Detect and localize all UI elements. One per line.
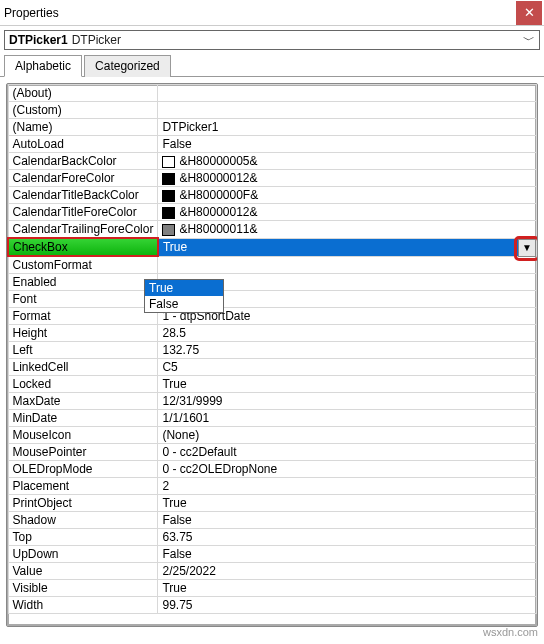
property-name[interactable]: (Custom) (8, 102, 158, 119)
property-name[interactable]: MousePointer (8, 444, 158, 461)
property-value[interactable]: 132.75 (158, 342, 537, 359)
property-row[interactable]: LockedTrue (8, 376, 537, 393)
property-value[interactable]: &H80000012& (158, 170, 537, 187)
property-name[interactable]: Format (8, 308, 158, 325)
property-row[interactable]: AutoLoadFalse (8, 136, 537, 153)
property-value[interactable] (158, 102, 537, 119)
property-row[interactable]: Top63.75 (8, 529, 537, 546)
property-name[interactable]: PrintObject (8, 495, 158, 512)
close-button[interactable]: ✕ (516, 1, 542, 25)
property-row[interactable]: Value2/25/2022 (8, 563, 537, 580)
property-row[interactable]: CustomFormat (8, 256, 537, 274)
dropdown-option-true[interactable]: True (145, 280, 223, 296)
dropdown-button[interactable]: ▼ (518, 239, 536, 257)
property-value[interactable]: True (158, 376, 537, 393)
dropdown-option-false[interactable]: False (145, 296, 223, 312)
property-row[interactable]: Width99.75 (8, 597, 537, 614)
property-row[interactable]: Enabled (8, 274, 537, 291)
property-row[interactable]: Height28.5 (8, 325, 537, 342)
property-row[interactable]: VisibleTrue (8, 580, 537, 597)
property-value[interactable]: 99.75 (158, 597, 537, 614)
property-value[interactable]: &H8000000F& (158, 187, 537, 204)
property-value[interactable]: 1/1/1601 (158, 410, 537, 427)
property-name[interactable]: Visible (8, 580, 158, 597)
property-name[interactable]: CustomFormat (8, 256, 158, 274)
property-row[interactable]: UpDownFalse (8, 546, 537, 563)
property-name[interactable]: CalendarForeColor (8, 170, 158, 187)
property-row[interactable]: CalendarTitleBackColor&H8000000F& (8, 187, 537, 204)
property-row[interactable]: CalendarTitleForeColor&H80000012& (8, 204, 537, 221)
property-value[interactable]: DTPicker1 (158, 119, 537, 136)
property-row[interactable]: MaxDate12/31/9999 (8, 393, 537, 410)
property-name[interactable]: Height (8, 325, 158, 342)
property-name[interactable]: CalendarTrailingForeColor (8, 221, 158, 239)
property-name[interactable]: CalendarBackColor (8, 153, 158, 170)
property-value[interactable]: 2 (158, 478, 537, 495)
property-value[interactable]: 63.75 (158, 529, 537, 546)
property-value[interactable]: False (158, 512, 537, 529)
property-name[interactable]: Placement (8, 478, 158, 495)
property-value[interactable]: &H80000012& (158, 204, 537, 221)
property-row[interactable]: CheckBoxTrue▼ (8, 238, 537, 256)
property-name[interactable]: MouseIcon (8, 427, 158, 444)
property-row[interactable]: MousePointer0 - cc2Default (8, 444, 537, 461)
property-row[interactable]: Placement2 (8, 478, 537, 495)
property-row[interactable]: (Name)DTPicker1 (8, 119, 537, 136)
property-name[interactable]: Value (8, 563, 158, 580)
property-row[interactable]: FontArial (8, 291, 537, 308)
property-name[interactable]: (Name) (8, 119, 158, 136)
property-value[interactable]: (None) (158, 427, 537, 444)
property-name[interactable]: Shadow (8, 512, 158, 529)
property-value[interactable] (158, 256, 537, 274)
property-value[interactable]: 28.5 (158, 325, 537, 342)
property-value[interactable]: &H80000005& (158, 153, 537, 170)
property-name[interactable]: MinDate (8, 410, 158, 427)
property-value[interactable]: False (158, 546, 537, 563)
object-selector[interactable]: DTPicker1 DTPicker ﹀ (4, 30, 540, 50)
property-row[interactable]: (Custom) (8, 102, 537, 119)
property-name[interactable]: CheckBox (8, 238, 158, 256)
property-value[interactable]: 12/31/9999 (158, 393, 537, 410)
property-name[interactable]: CalendarTitleForeColor (8, 204, 158, 221)
property-name[interactable]: Width (8, 597, 158, 614)
property-name[interactable]: Locked (8, 376, 158, 393)
property-row[interactable]: PrintObjectTrue (8, 495, 537, 512)
property-row[interactable]: LinkedCellC5 (8, 359, 537, 376)
property-value[interactable]: 2/25/2022 (158, 563, 537, 580)
property-name[interactable]: OLEDropMode (8, 461, 158, 478)
property-name[interactable]: Font (8, 291, 158, 308)
property-value-text: True (162, 377, 186, 391)
property-row[interactable]: CalendarBackColor&H80000005& (8, 153, 537, 170)
property-row[interactable]: MouseIcon(None) (8, 427, 537, 444)
property-row[interactable]: Left132.75 (8, 342, 537, 359)
property-value[interactable]: &H80000011& (158, 221, 537, 239)
property-value[interactable]: True▼ (158, 238, 537, 256)
property-value[interactable] (158, 85, 537, 102)
tab-categorized[interactable]: Categorized (84, 55, 171, 77)
dropdown-list[interactable]: True False (144, 279, 224, 313)
property-row[interactable]: Format1 - dtpShortDate (8, 308, 537, 325)
property-name[interactable]: Top (8, 529, 158, 546)
property-name[interactable]: CalendarTitleBackColor (8, 187, 158, 204)
property-value[interactable]: True (158, 495, 537, 512)
property-row[interactable]: MinDate1/1/1601 (8, 410, 537, 427)
property-value[interactable]: True (158, 580, 537, 597)
property-row[interactable]: CalendarForeColor&H80000012& (8, 170, 537, 187)
tab-alphabetic[interactable]: Alphabetic (4, 55, 82, 77)
chevron-down-icon[interactable]: ﹀ (519, 32, 539, 49)
property-name[interactable]: UpDown (8, 546, 158, 563)
property-row[interactable]: (About) (8, 85, 537, 102)
property-row[interactable]: CalendarTrailingForeColor&H80000011& (8, 221, 537, 239)
property-name[interactable]: LinkedCell (8, 359, 158, 376)
property-name[interactable]: AutoLoad (8, 136, 158, 153)
property-name[interactable]: MaxDate (8, 393, 158, 410)
property-name[interactable]: Left (8, 342, 158, 359)
property-name[interactable]: Enabled (8, 274, 158, 291)
property-value[interactable]: C5 (158, 359, 537, 376)
property-row[interactable]: ShadowFalse (8, 512, 537, 529)
property-name[interactable]: (About) (8, 85, 158, 102)
property-value[interactable]: 0 - cc2Default (158, 444, 537, 461)
property-value[interactable]: 0 - cc2OLEDropNone (158, 461, 537, 478)
property-row[interactable]: OLEDropMode0 - cc2OLEDropNone (8, 461, 537, 478)
property-value[interactable]: False (158, 136, 537, 153)
